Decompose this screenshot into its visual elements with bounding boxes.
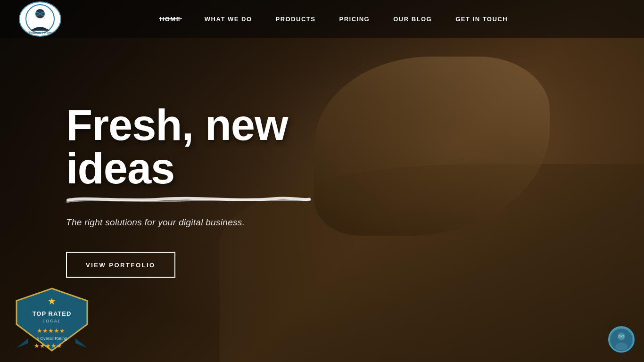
svg-text:5 Overall Rating: 5 Overall Rating — [37, 336, 67, 341]
chat-avatar-image — [610, 328, 633, 351]
nav-link-get-in-touch[interactable]: GET IN TOUCH — [455, 16, 508, 23]
svg-text:LOCAL: LOCAL — [42, 319, 61, 323]
svg-text:★★★★★: ★★★★★ — [34, 342, 62, 349]
logo[interactable]: Thomas | Miles — [19, 1, 61, 37]
svg-text:★★★★★: ★★★★★ — [37, 327, 65, 334]
view-portfolio-button[interactable]: VIEW PORTFOLIO — [66, 252, 175, 278]
nav-link-pricing[interactable]: PRICING — [339, 16, 370, 23]
svg-text:Thomas | Miles: Thomas | Miles — [28, 31, 52, 34]
navbar: Thomas | Miles HOME WHAT WE DO PRODUCTS … — [0, 0, 644, 38]
top-rated-badge: ★ TOP RATED LOCAL ★★★★★ 5 Overall Rating… — [14, 287, 90, 353]
svg-text:★: ★ — [48, 296, 56, 306]
hero-subtext: The right solutions for your digital bus… — [66, 217, 396, 228]
nav-links: HOME WHAT WE DO PRODUCTS PRICING OUR BLO… — [160, 16, 527, 23]
nav-link-what-we-do[interactable]: WHAT WE DO — [205, 16, 252, 23]
svg-text:TOP RATED: TOP RATED — [33, 310, 72, 317]
nav-link-our-blog[interactable]: OUR BLOG — [393, 16, 432, 23]
nav-link-home[interactable]: HOME — [160, 16, 181, 23]
hero-section: Thomas | Miles HOME WHAT WE DO PRODUCTS … — [0, 0, 644, 362]
hero-headline: Fresh, new ideas — [66, 103, 396, 190]
nav-link-products[interactable]: PRODUCTS — [276, 16, 316, 23]
chat-avatar-button[interactable] — [608, 326, 635, 353]
logo-image: Thomas | Miles — [21, 3, 59, 35]
brush-stroke-decoration — [66, 194, 311, 204]
hero-content: Fresh, new ideas The right solutions for… — [66, 103, 396, 278]
